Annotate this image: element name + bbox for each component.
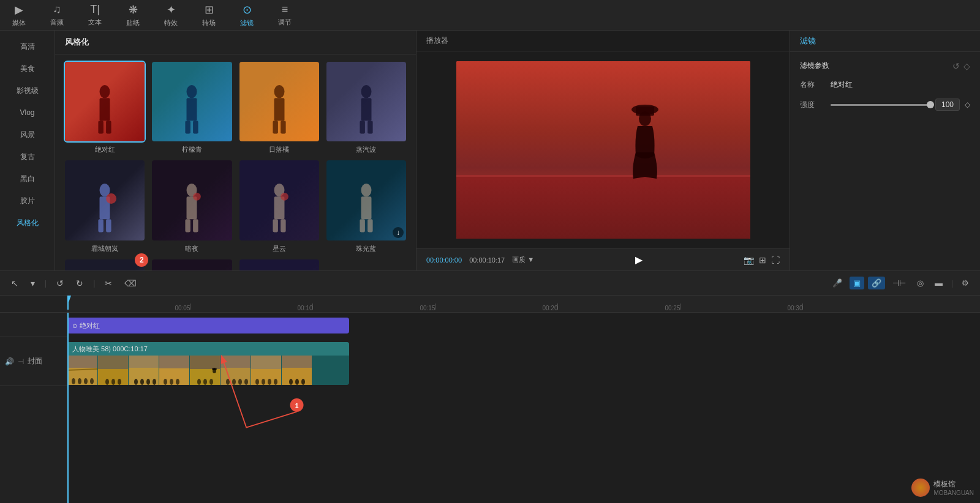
sidebar-item-bw[interactable]: 黑白 xyxy=(4,169,51,188)
filter-thumb-anyue[interactable] xyxy=(151,159,233,241)
filter-item-xingyun[interactable]: 星云 xyxy=(238,159,320,253)
track-audio-icon[interactable]: 🔊 xyxy=(5,357,14,366)
filter-thumb-ningmeng[interactable] xyxy=(151,61,233,143)
filter-thumb-juedui-hong[interactable] xyxy=(64,61,146,143)
toolbar-adjust[interactable]: ≡ 调节 xyxy=(272,1,298,29)
video-track-icon[interactable]: ▣ xyxy=(850,277,864,289)
sidebar-item-cinema[interactable]: 影视级 xyxy=(4,81,51,100)
redo-button[interactable]: ↻ xyxy=(72,276,87,291)
quality-button[interactable]: 画质 ▼ xyxy=(512,255,534,264)
volume-icon[interactable]: ▬ xyxy=(931,277,946,289)
filter-thumb-shuguang[interactable] xyxy=(64,159,146,241)
filter-clip[interactable]: ⊙ 绝对红 xyxy=(67,318,349,333)
filter-label-zhengqi: 蒸汽波 xyxy=(356,145,376,154)
track-mute-icon[interactable]: ⊣ xyxy=(18,357,24,366)
video-frame xyxy=(456,61,750,239)
svg-rect-14 xyxy=(360,121,364,133)
intensity-slider-thumb[interactable] xyxy=(927,101,934,108)
filter-item-zhuguan[interactable]: ↓ 珠光蓝 xyxy=(325,159,407,253)
settings-icon[interactable]: ⚙ xyxy=(958,277,973,289)
toolbar-sticker[interactable]: ❋ 贴纸 xyxy=(120,1,146,30)
svg-rect-29 xyxy=(281,219,285,232)
svg-point-30 xyxy=(281,193,288,201)
intensity-slider-track[interactable] xyxy=(831,104,930,106)
watermark-sub-text: MOBANGUAN xyxy=(933,490,974,496)
filter-preview-style3c: ↓ xyxy=(239,259,319,271)
toolbar-transition[interactable]: ⊞ 转场 xyxy=(196,1,222,30)
preview-title: 播放器 xyxy=(417,31,790,51)
filter-item-style3b[interactable]: ↓ xyxy=(151,258,233,271)
toolbar-filter[interactable]: ⊙ 滤镜 xyxy=(234,1,260,30)
video-clip[interactable]: 人物唯美 58) 000C:10:17 xyxy=(67,342,349,385)
intensity-value[interactable]: 100 xyxy=(935,99,960,111)
undo-button[interactable]: ↺ xyxy=(53,276,67,291)
svg-point-75 xyxy=(176,379,179,385)
filter-item-style3a[interactable]: 2 xyxy=(64,258,146,271)
split-icon[interactable]: ⊣⊢ xyxy=(889,277,910,289)
filter-thumb-zhuguan[interactable]: ↓ xyxy=(325,159,407,241)
watermark-logo xyxy=(911,479,930,497)
sidebar-item-stylized[interactable]: 风格化 xyxy=(4,213,51,233)
svg-point-70 xyxy=(153,379,156,385)
ruler-label-6: 00:30 xyxy=(787,305,802,311)
filter-thumb-style3b[interactable]: ↓ xyxy=(151,258,233,271)
pointer-tool[interactable]: ↖ xyxy=(7,276,22,291)
pointer-dropdown[interactable]: ▾ xyxy=(27,276,39,291)
lock-icon[interactable]: 🔗 xyxy=(868,277,885,289)
filter-thumb-style3c[interactable]: ↓ xyxy=(238,258,320,271)
play-button[interactable]: ▶ xyxy=(635,254,643,266)
undo-params-icon[interactable]: ↺ xyxy=(952,61,960,71)
filter-item-anyue[interactable]: 暗夜 xyxy=(151,159,233,253)
video-thumb-7 xyxy=(251,356,282,385)
filter-thumb-style3a[interactable] xyxy=(64,258,146,271)
filter-label-zhuguan: 珠光蓝 xyxy=(356,244,376,253)
filter-item-riluo[interactable]: 日落橘 xyxy=(238,61,320,154)
filter-thumb-zhengqi[interactable] xyxy=(325,61,407,143)
svg-rect-10 xyxy=(273,121,277,133)
intensity-diamond-icon[interactable]: ◇ xyxy=(965,100,970,109)
fullscreen-icon[interactable]: ⛶ xyxy=(771,255,780,265)
timeline-toolbar: ↖ ▾ | ↺ ↻ | ✂ ⌫ 🎤 ▣ 🔗 ⊣⊢ ◎ ▬ | ⚙ xyxy=(0,271,980,296)
timeline-scroll-area[interactable]: 00:00 00:05 00:10 00:15 xyxy=(67,296,980,503)
delete-button[interactable]: ⌫ xyxy=(121,276,140,291)
filter-thumb-xingyun[interactable] xyxy=(238,159,320,241)
svg-point-99 xyxy=(301,379,305,385)
filter-item-shuguang[interactable]: 霜城朝岚 xyxy=(64,159,146,253)
sidebar-item-film[interactable]: 胶片 xyxy=(4,191,51,211)
toolbar-effects[interactable]: ✦ 特效 xyxy=(158,1,184,30)
sidebar-item-landscape[interactable]: 风景 xyxy=(4,125,51,144)
svg-point-97 xyxy=(289,379,293,385)
toolbar-filter-label: 滤镜 xyxy=(240,18,254,28)
sidebar-item-retro[interactable]: 复古 xyxy=(4,147,51,166)
svg-point-25 xyxy=(193,193,201,201)
preview-video-area xyxy=(417,51,790,248)
filter-thumb-riluo[interactable] xyxy=(238,61,320,143)
filter-item-juedui-hong[interactable]: 绝对红 xyxy=(64,61,146,154)
grid-icon[interactable]: ⊞ xyxy=(759,255,766,265)
filter-item-style3c[interactable]: ↓ xyxy=(238,258,320,271)
svg-point-91 xyxy=(255,379,259,385)
toolbar-audio[interactable]: ♫ 音频 xyxy=(44,1,70,29)
download-icon-zhuguan: ↓ xyxy=(393,227,404,238)
filter-item-zhengqi[interactable]: 蒸汽波 xyxy=(325,61,407,154)
svg-rect-2 xyxy=(99,121,104,133)
diamond-params-icon[interactable]: ◇ xyxy=(963,61,970,71)
svg-rect-33 xyxy=(360,219,364,232)
filter-track: ⊙ 绝对红 xyxy=(67,318,980,336)
screenshot-icon[interactable]: 📷 xyxy=(744,255,754,265)
sidebar-item-vlog[interactable]: Vlog xyxy=(4,103,51,122)
toolbar-text[interactable]: T| 文本 xyxy=(82,1,108,29)
cut-button[interactable]: ✂ xyxy=(101,276,116,291)
filter-preview-zhengqi xyxy=(326,62,406,141)
audio-waveform-icon[interactable]: ◎ xyxy=(913,277,927,289)
filter-item-ningmeng[interactable]: 柠檬青 xyxy=(151,61,233,154)
sidebar-item-food[interactable]: 美食 xyxy=(4,59,51,78)
filter-preview-style3a xyxy=(65,259,145,271)
mic-icon[interactable]: 🎤 xyxy=(829,277,846,289)
toolbar-media[interactable]: ▶ 媒体 xyxy=(6,1,32,30)
sidebar-cinema-label: 影视级 xyxy=(17,86,39,96)
filter-preview-style3b: ↓ xyxy=(152,259,232,271)
sidebar-item-hd[interactable]: 高清 xyxy=(4,37,51,56)
toolbar-sep-1: | xyxy=(45,279,47,288)
filter-preview-anyue xyxy=(152,160,232,240)
